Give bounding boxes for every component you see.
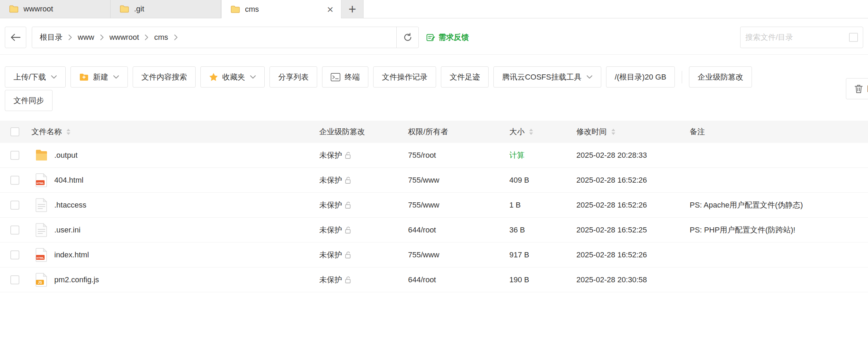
- back-button[interactable]: [5, 27, 26, 48]
- tab-cms[interactable]: cms×: [221, 0, 341, 18]
- file-name[interactable]: index.html: [54, 250, 89, 259]
- column-header-tamper: 企业级防篡改: [319, 127, 408, 137]
- column-header-label: 企业级防篡改: [319, 127, 365, 137]
- row-checkbox[interactable]: [10, 201, 19, 210]
- file-file-icon: [34, 223, 49, 237]
- file-sync-button[interactable]: 文件同步: [5, 90, 53, 111]
- search-option-checkbox[interactable]: [849, 33, 858, 42]
- tab-git[interactable]: .git: [111, 0, 221, 18]
- tamper-proof-button[interactable]: 企业级防篡改: [689, 66, 752, 88]
- row-checkbox-cell: [0, 250, 31, 259]
- file-footprint-button[interactable]: 文件足迹: [441, 66, 489, 88]
- folder-icon: [34, 148, 49, 163]
- breadcrumb-item[interactable]: www: [78, 33, 94, 42]
- file-size: 1 B: [509, 201, 521, 210]
- unlock-icon: [345, 276, 351, 284]
- row-checkbox[interactable]: [10, 250, 19, 259]
- table-row[interactable]: .htaccess 未保护 755/www 1 B 2025-02-28 16:…: [0, 193, 868, 218]
- search-input[interactable]: [745, 33, 849, 42]
- file-size-cell: 409 B: [509, 176, 576, 185]
- new-button[interactable]: 新建: [70, 66, 128, 88]
- table-row[interactable]: HTML 404.html 未保护 755/www 409 B 2025-02-…: [0, 168, 868, 193]
- unlock-icon: [345, 152, 351, 159]
- breadcrumb-item[interactable]: 根目录: [40, 32, 63, 43]
- folder-icon: [120, 5, 129, 13]
- column-header-name: 文件名称: [31, 127, 319, 137]
- root-disk-space-button[interactable]: /(根目录)20 GB: [606, 66, 675, 88]
- unlock-icon: [345, 201, 351, 209]
- chevron-down-icon: [586, 75, 593, 79]
- modified-time: 2025-02-28 20:30:58: [576, 275, 690, 284]
- file-operation-log-button[interactable]: 文件操作记录: [373, 66, 436, 88]
- file-name-cell: JS pm2.config.js: [31, 273, 319, 287]
- breadcrumb-item[interactable]: cms: [154, 33, 168, 42]
- html-file-icon: HTML: [34, 248, 49, 262]
- file-content-search-button[interactable]: 文件内容搜索: [133, 66, 196, 88]
- chevron-down-icon: [113, 75, 119, 79]
- file-size-cell: 917 B: [509, 250, 576, 259]
- row-checkbox-cell: [0, 201, 31, 210]
- file-name[interactable]: .htaccess: [54, 201, 86, 210]
- button-label: 终端: [345, 72, 360, 82]
- file-note: PS: Apache用户配置文件(伪静态): [690, 200, 868, 210]
- button-label: 腾讯云COSFS挂载工具: [502, 72, 582, 82]
- select-all-checkbox[interactable]: [10, 127, 19, 136]
- chevron-down-icon: [250, 75, 256, 79]
- file-name[interactable]: 404.html: [54, 176, 83, 185]
- terminal-button[interactable]: 终端: [322, 66, 368, 88]
- file-name[interactable]: .output: [54, 151, 77, 160]
- tab-wwwroot[interactable]: wwwroot: [0, 0, 111, 18]
- upload-download-button[interactable]: 上传/下载: [5, 66, 66, 88]
- favorites-button[interactable]: 收藏夹: [200, 66, 265, 88]
- tamper-status-cell: 未保护: [319, 175, 408, 185]
- permission-owner: 755/www: [408, 176, 509, 185]
- tamper-status-cell: 未保护: [319, 225, 408, 235]
- tamper-status: 未保护: [319, 175, 342, 185]
- file-size[interactable]: 计算: [509, 150, 525, 161]
- table-row[interactable]: JS pm2.config.js 未保护 644/root 190 B 2025…: [0, 267, 868, 292]
- sort-icon[interactable]: [529, 128, 534, 135]
- table-row[interactable]: .user.ini 未保护 644/root 36 B 2025-02-28 1…: [0, 218, 868, 242]
- tab-label: wwwroot: [23, 4, 53, 13]
- refresh-button[interactable]: [396, 27, 418, 48]
- tamper-status: 未保护: [319, 225, 342, 235]
- row-checkbox[interactable]: [10, 151, 19, 160]
- file-name-cell: HTML index.html: [31, 248, 319, 262]
- cosfs-mount-tool-button[interactable]: 腾讯云COSFS挂载工具: [493, 66, 601, 88]
- unlock-icon: [345, 251, 351, 259]
- row-checkbox-cell: [0, 176, 31, 185]
- table-body: .output 未保护 755/root 计算 2025-02-28 20:28…: [0, 143, 868, 292]
- file-size: 409 B: [509, 176, 529, 185]
- share-list-button[interactable]: 分享列表: [270, 66, 317, 88]
- row-checkbox[interactable]: [10, 176, 19, 185]
- star-icon: [209, 73, 218, 81]
- recycle-bin-button[interactable]: 回收站: [846, 78, 868, 99]
- row-checkbox[interactable]: [10, 275, 19, 284]
- tab-label: .git: [134, 4, 144, 13]
- permission-owner: 755/root: [408, 151, 509, 160]
- sort-icon[interactable]: [611, 128, 616, 135]
- chevron-right-icon: [174, 34, 178, 40]
- sort-icon[interactable]: [66, 128, 71, 135]
- column-header-label: 大小: [509, 127, 525, 137]
- table-header-row: 文件名称 企业级防篡改 权限/所有者 大小 修改时间 备注: [0, 121, 868, 143]
- row-checkbox[interactable]: [10, 226, 19, 235]
- column-header-label: 备注: [690, 127, 705, 137]
- new-folder-icon: [79, 73, 89, 81]
- file-size-cell: 计算: [509, 150, 576, 161]
- table-row[interactable]: HTML index.html 未保护 755/www 917 B 2025-0…: [0, 242, 868, 267]
- tamper-status: 未保护: [319, 275, 342, 285]
- new-tab-button[interactable]: +: [341, 0, 364, 18]
- row-checkbox-cell: [0, 275, 31, 284]
- file-name[interactable]: pm2.config.js: [54, 275, 99, 284]
- file-size-cell: 1 B: [509, 201, 576, 210]
- file-size-cell: 36 B: [509, 226, 576, 235]
- feedback-link[interactable]: 需求反馈: [426, 32, 469, 43]
- file-name[interactable]: .user.ini: [54, 226, 81, 235]
- button-label: 文件内容搜索: [141, 72, 187, 82]
- breadcrumb-item[interactable]: wwwroot: [110, 33, 139, 42]
- file-size: 917 B: [509, 250, 529, 259]
- table-row[interactable]: .output 未保护 755/root 计算 2025-02-28 20:28…: [0, 143, 868, 168]
- tab-close-icon[interactable]: ×: [319, 4, 341, 15]
- button-label: 新建: [93, 72, 108, 82]
